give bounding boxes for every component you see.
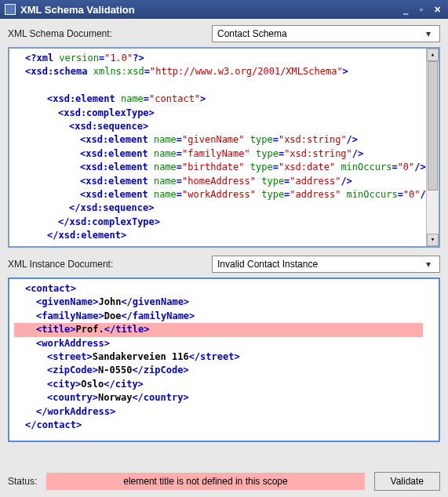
scroll-track[interactable] xyxy=(427,61,439,234)
instance-dropdown-value: Invalid Contact Instance xyxy=(217,259,422,270)
instance-code-viewer[interactable]: <contact> <givenName>John</givenName> <f… xyxy=(8,278,440,442)
instance-label: XML Instance Document: xyxy=(8,259,212,270)
schema-dropdown-value: Contact Schema xyxy=(217,28,422,39)
scroll-thumb[interactable] xyxy=(428,61,438,190)
window-title: XML Schema Validation xyxy=(20,4,399,16)
window-controls: ‗ ▫ ✕ xyxy=(399,4,443,15)
status-row: Status: element title is not defined in … xyxy=(8,472,440,491)
scroll-down-icon[interactable]: ▾ xyxy=(427,234,439,246)
schema-dropdown[interactable]: Contact Schema ▾ xyxy=(212,25,440,42)
chevron-down-icon: ▾ xyxy=(422,28,435,39)
schema-scrollbar[interactable]: ▴ ▾ xyxy=(426,49,439,246)
scroll-up-icon[interactable]: ▴ xyxy=(427,49,439,61)
error-highlight-line: <title>Prof.</title> xyxy=(14,323,423,336)
instance-dropdown[interactable]: Invalid Contact Instance ▾ xyxy=(212,256,440,273)
schema-label: XML Schema Document: xyxy=(8,28,212,39)
content-area: XML Schema Document: Contact Schema ▾ <?… xyxy=(0,19,448,497)
instance-selector-row: XML Instance Document: Invalid Contact I… xyxy=(8,256,440,273)
status-message: element title is not defined in this sco… xyxy=(46,473,364,490)
titlebar: XML Schema Validation ‗ ▫ ✕ xyxy=(0,0,448,19)
chevron-down-icon: ▾ xyxy=(422,259,435,270)
schema-code-viewer[interactable]: <?xml version="1.0"?> <xsd:schema xmlns:… xyxy=(8,47,440,248)
schema-selector-row: XML Schema Document: Contact Schema ▾ xyxy=(8,25,440,42)
app-icon xyxy=(5,4,16,15)
maximize-button[interactable]: ▫ xyxy=(415,4,428,15)
minimize-button[interactable]: ‗ xyxy=(399,4,412,15)
status-label: Status: xyxy=(8,476,37,487)
validate-button[interactable]: Validate xyxy=(374,472,440,491)
close-button[interactable]: ✕ xyxy=(431,4,443,15)
